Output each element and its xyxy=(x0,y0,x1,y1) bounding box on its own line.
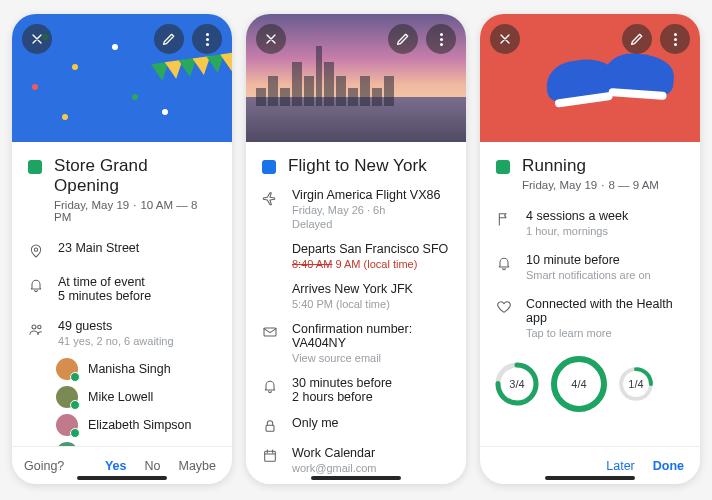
arrives-row: Arrives New York JFK 5:40 PM (local time… xyxy=(246,278,466,318)
avatar xyxy=(56,442,78,446)
svg-rect-3 xyxy=(264,328,276,336)
guest-name: Elizabeth Simpson xyxy=(88,418,192,432)
edit-button[interactable] xyxy=(154,24,184,54)
progress-ring: 3/4 xyxy=(494,361,540,407)
later-button[interactable]: Later xyxy=(602,457,639,475)
calendar-color-chip xyxy=(496,160,510,174)
guest-item[interactable]: Ajay Kumar xyxy=(12,439,232,446)
avatar xyxy=(56,386,78,408)
guest-list: Manisha SinghMike LowellElizabeth Simpso… xyxy=(12,355,232,446)
schedule-row[interactable]: 4 sessions a week 1 hour, mornings xyxy=(480,201,700,245)
screen-store-grand-opening: Store Grand Opening Friday, May 19·10 AM… xyxy=(12,14,232,484)
people-icon xyxy=(28,321,44,337)
guest-item[interactable]: Elizabeth Simpson xyxy=(12,411,232,439)
calendar-icon xyxy=(262,448,278,464)
event-datetime: Friday, May 19·8 — 9 AM xyxy=(522,179,659,191)
progress-rings: 3/44/41/4 xyxy=(480,347,700,421)
event-title: Flight to New York xyxy=(288,156,427,176)
hero-image xyxy=(246,14,466,142)
more-button[interactable] xyxy=(192,24,222,54)
event-title: Store Grand Opening xyxy=(54,156,216,196)
svg-point-2 xyxy=(38,325,41,328)
svg-point-1 xyxy=(32,325,36,329)
flight-info-row: Virgin America Flight VX86 Friday, May 2… xyxy=(246,186,466,238)
close-button[interactable] xyxy=(256,24,286,54)
reminder-row[interactable]: 30 minutes before 2 hours before xyxy=(246,372,466,412)
calendar-color-chip xyxy=(28,160,42,174)
guests-row[interactable]: 49 guests 41 yes, 2 no, 6 awaiting xyxy=(12,311,232,355)
hero-image xyxy=(12,14,232,142)
home-indicator xyxy=(77,476,167,480)
more-button[interactable] xyxy=(426,24,456,54)
location-row[interactable]: 23 Main Street xyxy=(12,233,232,267)
screen-flight-to-new-york: Flight to New York Virgin America Flight… xyxy=(246,14,466,484)
rsvp-label: Going? xyxy=(24,459,64,473)
hero-image xyxy=(480,14,700,142)
guest-item[interactable]: Mike Lowell xyxy=(12,383,232,411)
edit-button[interactable] xyxy=(388,24,418,54)
svg-rect-5 xyxy=(265,451,276,461)
rsvp-yes[interactable]: Yes xyxy=(101,457,131,475)
calendar-color-chip xyxy=(262,160,276,174)
bell-icon xyxy=(28,277,44,293)
home-indicator xyxy=(311,476,401,480)
more-button[interactable] xyxy=(660,24,690,54)
avatar xyxy=(56,358,78,380)
health-row[interactable]: Connected with the Health app Tap to lea… xyxy=(480,289,700,347)
rsvp-no[interactable]: No xyxy=(140,457,164,475)
lock-icon xyxy=(262,418,278,434)
departs-time: 8:40 AM 9 AM (local time) xyxy=(292,258,448,270)
avatar xyxy=(56,414,78,436)
bell-icon xyxy=(496,255,512,271)
airplane-icon xyxy=(262,190,278,206)
svg-rect-4 xyxy=(266,425,274,431)
guest-name: Manisha Singh xyxy=(88,362,171,376)
home-indicator xyxy=(545,476,635,480)
event-datetime: Friday, May 19·10 AM — 8 PM xyxy=(54,199,216,223)
screen-running: Running Friday, May 19·8 — 9 AM 4 sessio… xyxy=(480,14,700,484)
rsvp-maybe[interactable]: Maybe xyxy=(174,457,220,475)
bell-icon xyxy=(262,378,278,394)
departs-row: Departs San Francisco SFO 8:40 AM 9 AM (… xyxy=(246,238,466,278)
event-title: Running xyxy=(522,156,659,176)
close-button[interactable] xyxy=(22,24,52,54)
close-button[interactable] xyxy=(490,24,520,54)
visibility-row[interactable]: Only me xyxy=(246,412,466,442)
guest-item[interactable]: Manisha Singh xyxy=(12,355,232,383)
mail-icon xyxy=(262,324,278,340)
heart-icon xyxy=(496,299,512,315)
progress-ring: 1/4 xyxy=(618,361,654,407)
edit-button[interactable] xyxy=(622,24,652,54)
location-pin-icon xyxy=(28,243,44,259)
svg-point-0 xyxy=(34,248,37,251)
reminder-row[interactable]: At time of event 5 minutes before xyxy=(12,267,232,311)
done-button[interactable]: Done xyxy=(649,457,688,475)
guest-name: Mike Lowell xyxy=(88,390,153,404)
flag-icon xyxy=(496,211,512,227)
confirmation-row[interactable]: Confirmation number: VA404NY View source… xyxy=(246,318,466,372)
reminder-row[interactable]: 10 minute before Smart notifications are… xyxy=(480,245,700,289)
progress-ring: 4/4 xyxy=(550,355,608,413)
